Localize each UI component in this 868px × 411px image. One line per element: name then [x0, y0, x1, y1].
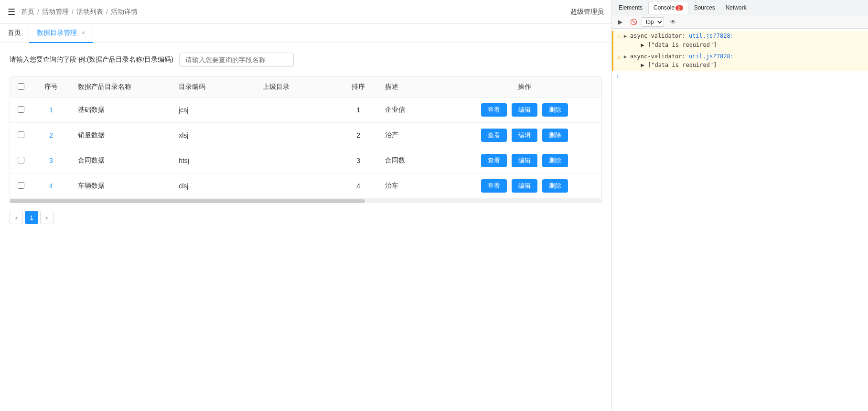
pagination-prev[interactable]: ‹: [10, 211, 23, 224]
tab-data-catalog-label: 数据目录管理: [37, 29, 77, 37]
search-bar: 请输入您要查询的字段 例:(数据产品目录名称/目录编码): [10, 53, 602, 67]
row-code-2: htsj: [171, 148, 255, 173]
horizontal-scrollbar[interactable]: [10, 199, 602, 203]
select-all-checkbox[interactable]: [18, 83, 24, 90]
app-header: ☰ 首页 / 活动管理 / 活动列表 / 活动详情 超级管理员: [0, 0, 611, 24]
console-link-2[interactable]: util.js?7828:: [689, 53, 734, 60]
row-delete-btn-0[interactable]: 删除: [542, 103, 568, 117]
console-badge: 2: [675, 5, 683, 11]
row-name-1: 销量数据: [70, 123, 171, 148]
tab-home[interactable]: 首页: [0, 24, 29, 43]
devtools-ban-icon[interactable]: 🚫: [628, 17, 639, 27]
row-num-1: 2: [32, 123, 70, 148]
console-expand-1[interactable]: ▶: [624, 33, 630, 39]
row-num-2: 3: [32, 148, 70, 173]
row-checkbox-1: [10, 123, 32, 148]
devtools-toolbar: ▶ 🚫 top 👁: [612, 15, 868, 29]
row-check-1[interactable]: [18, 131, 24, 138]
pagination: ‹ 1 ›: [10, 203, 602, 232]
devtools-eye-icon[interactable]: 👁: [668, 17, 678, 27]
row-action-2: 查看 编辑 删除: [448, 148, 601, 173]
devtools-play-icon[interactable]: ▶: [615, 17, 625, 27]
row-view-btn-1[interactable]: 查看: [481, 129, 507, 142]
th-action: 操作: [448, 77, 601, 97]
row-checkbox-2: [10, 148, 32, 173]
th-name: 数据产品目录名称: [70, 77, 171, 97]
row-view-btn-3[interactable]: 查看: [481, 179, 507, 193]
row-delete-btn-1[interactable]: 删除: [542, 129, 568, 142]
row-parent-2: [255, 148, 339, 173]
row-desc-1: 治产: [377, 123, 448, 148]
pagination-page-1[interactable]: 1: [25, 211, 38, 224]
row-edit-btn-2[interactable]: 编辑: [512, 154, 537, 167]
th-desc: 描述: [377, 77, 448, 97]
row-code-3: clsj: [171, 173, 255, 199]
row-desc-3: 治车: [377, 173, 448, 199]
row-edit-btn-0[interactable]: 编辑: [512, 103, 537, 117]
row-view-btn-0[interactable]: 查看: [481, 103, 507, 117]
row-edit-btn-3[interactable]: 编辑: [512, 179, 537, 193]
row-order-2: 3: [339, 148, 377, 173]
row-desc-0: 企业信: [377, 97, 448, 123]
row-parent-0: [255, 97, 339, 123]
tabs-bar: 首页 数据目录管理 ×: [0, 24, 611, 43]
row-order-3: 4: [339, 173, 377, 199]
breadcrumb-activity-detail[interactable]: 活动详情: [111, 8, 138, 16]
warning-icon-2: ⚠: [617, 53, 621, 60]
row-code-1: xlsj: [171, 123, 255, 148]
search-input[interactable]: [179, 53, 294, 67]
devtools-tab-sources[interactable]: Sources: [689, 1, 720, 14]
row-num-3: 4: [32, 173, 70, 199]
breadcrumb-home[interactable]: 首页: [21, 8, 34, 16]
console-entry-2: ⚠ ▶ async-validator: util.js?7828: ▶ ["d…: [612, 51, 868, 72]
row-name-0: 基础数据: [70, 97, 171, 123]
row-edit-btn-1[interactable]: 编辑: [512, 129, 537, 142]
user-info: 超级管理员: [570, 8, 604, 16]
row-name-3: 车辆数据: [70, 173, 171, 199]
th-parent: 上级目录: [255, 77, 339, 97]
row-name-2: 合同数据: [70, 148, 171, 173]
breadcrumb-sep-3: /: [106, 8, 108, 16]
row-action-3: 查看 编辑 删除: [448, 173, 601, 199]
warning-icon-1: ⚠: [617, 32, 621, 40]
row-check-2[interactable]: [18, 157, 24, 163]
breadcrumb-activity-mgmt[interactable]: 活动管理: [42, 8, 69, 16]
devtools-console-content: ⚠ ▶ async-validator: util.js?7828: ▶ ["d…: [612, 29, 868, 411]
scroll-thumb[interactable]: [10, 199, 365, 203]
console-link-1[interactable]: util.js?7828:: [689, 32, 734, 39]
header-left: ☰ 首页 / 活动管理 / 活动列表 / 活动详情: [8, 7, 138, 17]
row-order-1: 2: [339, 123, 377, 148]
devtools-tabs: Elements Console 2 Sources Network: [612, 0, 868, 15]
breadcrumb-sep-2: /: [72, 8, 74, 16]
table-row: 1 基础数据 jcsj 1 企业信 查看 编辑 删除: [10, 97, 601, 123]
breadcrumb-activity-list[interactable]: 活动列表: [76, 8, 103, 16]
row-view-btn-2[interactable]: 查看: [481, 154, 507, 167]
search-label: 请输入您要查询的字段 例:(数据产品目录名称/目录编码): [10, 55, 173, 64]
console-arr-2: ▶ ["data is required"]: [624, 61, 864, 69]
main-content: 请输入您要查询的字段 例:(数据产品目录名称/目录编码) 序号 数据产品目录名称…: [0, 43, 611, 411]
row-delete-btn-3[interactable]: 删除: [542, 179, 568, 193]
row-delete-btn-2[interactable]: 删除: [542, 154, 568, 167]
pagination-next[interactable]: ›: [40, 211, 54, 224]
row-code-0: jcsj: [171, 97, 255, 123]
devtools-tab-network[interactable]: Network: [721, 1, 751, 14]
table-row: 3 合同数据 htsj 3 合同数 查看 编辑 删除: [10, 148, 601, 173]
devtools-context-select[interactable]: top: [642, 17, 664, 27]
th-num: 序号: [32, 77, 70, 97]
row-checkbox-3: [10, 173, 32, 199]
tab-data-catalog[interactable]: 数据目录管理 ×: [29, 24, 93, 43]
row-checkbox-0: [10, 97, 32, 123]
row-order-0: 1: [339, 97, 377, 123]
table-row: 2 销量数据 xlsj 2 治产 查看 编辑 删除: [10, 123, 601, 148]
row-check-0[interactable]: [18, 106, 24, 113]
row-desc-2: 合同数: [377, 148, 448, 173]
menu-icon[interactable]: ☰: [8, 7, 15, 17]
tab-close-icon[interactable]: ×: [82, 30, 85, 36]
devtools-tab-elements[interactable]: Elements: [614, 1, 647, 14]
console-expand-2[interactable]: ▶: [624, 54, 630, 60]
row-check-3[interactable]: [18, 182, 24, 189]
console-bottom-arrow[interactable]: ›: [612, 71, 868, 82]
th-code: 目录编码: [171, 77, 255, 97]
breadcrumb: 首页 / 活动管理 / 活动列表 / 活动详情: [21, 8, 138, 16]
devtools-tab-console[interactable]: Console 2: [648, 1, 688, 14]
